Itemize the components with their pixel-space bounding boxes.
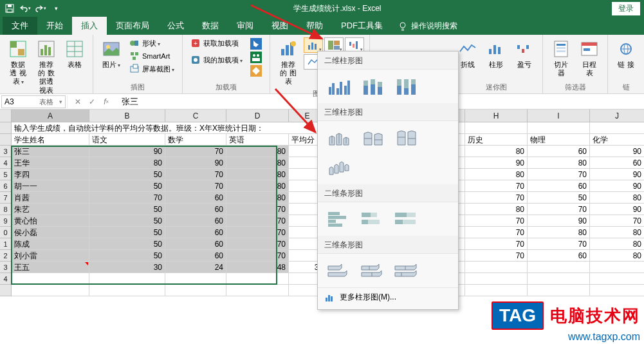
recommended-pivot-button[interactable]: 推荐的 数据透视表 <box>33 37 59 96</box>
cell[interactable] <box>465 122 528 134</box>
data-cell[interactable]: 70 <box>226 204 289 215</box>
data-cell[interactable]: 70 <box>465 180 528 192</box>
row-header[interactable]: 0 <box>0 227 12 238</box>
data-cell[interactable]: 48 <box>226 262 289 273</box>
stacked-bar-2d[interactable] <box>359 207 386 231</box>
tab-formula[interactable]: 公式 <box>158 17 193 35</box>
get-addins-button[interactable]: +获取加载项 <box>188 37 245 49</box>
tab-file[interactable]: 文件 <box>3 17 37 35</box>
label-cell[interactable]: 化学 <box>590 134 644 146</box>
data-cell[interactable]: 90 <box>590 169 644 180</box>
data-cell[interactable]: 80 <box>528 157 590 169</box>
people-graph-icon[interactable] <box>248 51 264 64</box>
label-cell[interactable]: 历史 <box>465 134 528 146</box>
data-cell[interactable]: 70 <box>226 227 289 238</box>
data-cell[interactable]: 90 <box>590 146 644 157</box>
row-header[interactable] <box>0 122 12 134</box>
login-button[interactable]: 登录 <box>612 2 640 15</box>
cell[interactable] <box>465 273 528 285</box>
label-cell[interactable]: 数学 <box>165 134 226 146</box>
cell[interactable] <box>528 273 590 285</box>
data-cell[interactable]: 50 <box>89 169 165 180</box>
clustered-column-2d[interactable] <box>326 75 353 98</box>
cancel-icon[interactable]: ✕ <box>71 95 84 108</box>
data-cell[interactable]: 60 <box>528 180 590 192</box>
data-cell[interactable]: 50 <box>89 250 165 262</box>
data-cell[interactable]: 60 <box>528 250 590 262</box>
data-cell[interactable]: 80 <box>226 169 289 180</box>
name-cell[interactable]: 肖茜 <box>12 192 89 204</box>
fx-icon[interactable]: fx <box>100 95 113 108</box>
cell[interactable] <box>465 285 528 296</box>
tab-insert[interactable]: 插入 <box>72 17 107 35</box>
data-cell[interactable]: 60 <box>528 146 590 157</box>
qat-customize-icon[interactable]: ▾ <box>49 1 63 15</box>
name-cell[interactable]: 王华 <box>12 157 89 169</box>
data-cell[interactable] <box>528 262 590 273</box>
row-header[interactable]: 4 <box>0 273 12 285</box>
sparkline-line-button[interactable]: 折线 <box>455 37 481 81</box>
data-cell[interactable]: 60 <box>165 238 226 250</box>
cell[interactable] <box>12 273 89 285</box>
data-cell[interactable]: 90 <box>465 157 528 169</box>
data-cell[interactable]: 70 <box>590 215 644 227</box>
data-cell[interactable]: 80 <box>528 227 590 238</box>
data-cell[interactable]: 70 <box>89 192 165 204</box>
name-cell[interactable]: 朱艺 <box>12 204 89 215</box>
sparkline-winloss-button[interactable]: 盈亏 <box>511 37 537 81</box>
data-cell[interactable]: 80 <box>465 169 528 180</box>
data-cell[interactable]: 70 <box>226 250 289 262</box>
data-cell[interactable]: 60 <box>165 215 226 227</box>
more-column-charts[interactable]: 更多柱形图(M)... <box>318 287 458 307</box>
cell[interactable] <box>165 273 226 285</box>
data-cell[interactable]: 60 <box>590 157 644 169</box>
data-cell[interactable] <box>465 262 528 273</box>
data-cell[interactable]: 70 <box>465 227 528 238</box>
cell[interactable] <box>89 285 165 296</box>
tab-data[interactable]: 数据 <box>193 17 228 35</box>
data-cell[interactable]: 90 <box>590 180 644 192</box>
data-cell[interactable]: 70 <box>226 215 289 227</box>
row-header[interactable]: 6 <box>0 180 12 192</box>
data-cell[interactable]: 50 <box>89 227 165 238</box>
data-cell[interactable]: 80 <box>226 157 289 169</box>
tab-view[interactable]: 视图 <box>262 17 297 35</box>
stacked-100-column-3d[interactable] <box>392 126 419 149</box>
row-header[interactable]: 3 <box>0 262 12 273</box>
data-cell[interactable]: 80 <box>590 227 644 238</box>
data-cell[interactable]: 80 <box>590 238 644 250</box>
slicer-button[interactable]: 切片器 <box>548 37 574 81</box>
name-cell[interactable]: 李四 <box>12 169 89 180</box>
data-cell[interactable] <box>590 262 644 273</box>
label-cell[interactable]: 英语 <box>226 134 289 146</box>
tab-home[interactable]: 开始 <box>37 17 72 35</box>
data-cell[interactable]: 90 <box>528 215 590 227</box>
row-header[interactable]: 1 <box>0 238 12 250</box>
clustered-bar-2d[interactable] <box>326 207 353 231</box>
data-cell[interactable]: 80 <box>89 157 165 169</box>
row-header[interactable]: 5 <box>0 169 12 180</box>
select-all-button[interactable] <box>0 110 12 122</box>
data-cell[interactable]: 80 <box>226 192 289 204</box>
data-cell[interactable]: 80 <box>590 250 644 262</box>
pictures-button[interactable]: 图片 <box>98 37 124 81</box>
cell[interactable] <box>226 285 289 296</box>
data-cell[interactable]: 60 <box>165 250 226 262</box>
name-cell[interactable]: 陈成 <box>12 238 89 250</box>
tab-pdf[interactable]: PDF工具集 <box>332 17 392 35</box>
stacked-bar-3d[interactable] <box>359 259 386 282</box>
column-header[interactable]: B <box>89 110 165 122</box>
name-cell[interactable]: 侯小磊 <box>12 227 89 238</box>
row-header[interactable]: 4 <box>0 157 12 169</box>
data-cell[interactable]: 50 <box>89 215 165 227</box>
clustered-bar-3d[interactable] <box>326 259 353 282</box>
name-cell[interactable]: 张三 <box>12 146 89 157</box>
data-cell[interactable]: 90 <box>590 204 644 215</box>
cell[interactable] <box>165 285 226 296</box>
column-3d[interactable] <box>326 156 353 179</box>
screenshot-button[interactable]: 屏幕截图 <box>127 63 177 75</box>
data-cell[interactable]: 70 <box>465 192 528 204</box>
data-cell[interactable]: 50 <box>89 180 165 192</box>
my-addins-button[interactable]: 我的加载项 <box>188 54 245 66</box>
data-cell[interactable]: 70 <box>465 250 528 262</box>
